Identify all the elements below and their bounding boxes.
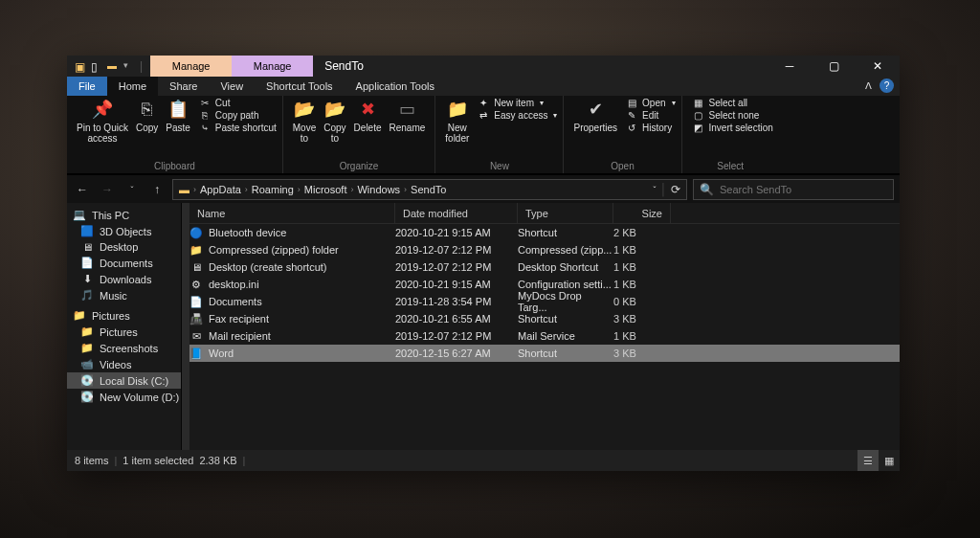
edit-button[interactable]: ✎Edit	[625, 110, 675, 121]
open-button[interactable]: ▤Open▾	[625, 98, 675, 108]
easy-access-button[interactable]: ⇄Easy access▾	[477, 110, 557, 121]
table-row[interactable]: 🖥Desktop (create shortcut)2019-12-07 2:1…	[189, 258, 900, 276]
nav-icon: 💽	[80, 374, 94, 387]
file-size: 0 KB	[613, 296, 671, 307]
breadcrumb-item[interactable]: Microsoft›	[304, 184, 354, 195]
refresh-button[interactable]: ⟳	[671, 183, 680, 196]
help-icon[interactable]: ?	[880, 78, 894, 93]
file-date: 2020-10-21 9:15 AM	[395, 279, 518, 290]
recent-button[interactable]: ˇ	[122, 185, 142, 194]
thumbnails-view-button[interactable]: ▦	[879, 450, 900, 471]
breadcrumb-item[interactable]: Windows›	[357, 184, 407, 195]
new-item-button[interactable]: ✦New item▾	[477, 98, 557, 108]
nav-item[interactable]: 📁Screenshots	[67, 340, 181, 356]
up-button[interactable]: ↑	[147, 183, 167, 196]
table-row[interactable]: 🔵Bluetooth device2020-10-21 9:15 AMShort…	[189, 224, 900, 241]
table-row[interactable]: 📁Compressed (zipped) folder2019-12-07 2:…	[189, 241, 900, 258]
context-tab-application[interactable]: Manage	[232, 56, 313, 77]
rename-icon: ▭	[396, 100, 417, 121]
col-date[interactable]: Date modified	[395, 203, 518, 223]
maximize-button[interactable]: ▢	[812, 56, 856, 77]
file-size: 3 KB	[613, 347, 671, 359]
details-view-button[interactable]: ☰	[858, 450, 879, 471]
context-tab-shortcut[interactable]: Manage	[150, 56, 232, 77]
close-button[interactable]: ✕	[856, 56, 900, 77]
explorer-window: ▣ ▯ ▬ ▾ | Manage Manage SendTo ─ ▢ ✕ Fil…	[67, 56, 900, 471]
nav-item[interactable]: 🖥Desktop	[67, 239, 181, 255]
nav-item[interactable]: ⬇Downloads	[67, 271, 181, 287]
nav-item[interactable]: 💻This PC	[67, 207, 181, 223]
navigation-pane[interactable]: 💻This PC🟦3D Objects🖥Desktop📄Documents⬇Do…	[67, 203, 182, 450]
copy-to-button[interactable]: 📂Copy to	[320, 98, 349, 146]
tab-shortcut-tools[interactable]: Shortcut Tools	[255, 77, 345, 96]
nav-item[interactable]: 🎵Music	[67, 287, 181, 303]
chevron-right-icon: ›	[245, 185, 248, 194]
nav-item[interactable]: 💽Local Disk (C:)	[67, 372, 181, 389]
table-row[interactable]: 📠Fax recipient2020-10-21 6:55 AMShortcut…	[189, 310, 900, 327]
col-type[interactable]: Type	[518, 203, 613, 223]
file-icon: ⚙	[189, 279, 203, 291]
chevron-down-icon[interactable]: ˇ	[654, 185, 657, 194]
col-name[interactable]: Name	[189, 203, 395, 223]
new-folder-button[interactable]: 📁New folder	[441, 98, 473, 146]
separator: │	[660, 183, 668, 196]
invert-selection-button[interactable]: ◩Invert selection	[692, 123, 773, 133]
tab-view[interactable]: View	[209, 77, 255, 96]
breadcrumb-item[interactable]: Roaming›	[252, 184, 301, 195]
nav-item[interactable]: 💽New Volume (D:)	[67, 389, 181, 405]
table-row[interactable]: ✉Mail recipient2019-12-07 2:12 PMMail Se…	[189, 327, 900, 345]
file-name: Fax recipient	[209, 313, 269, 325]
tab-file[interactable]: File	[67, 77, 107, 96]
select-all-button[interactable]: ▦Select all	[692, 98, 773, 108]
properties-button[interactable]: ✔Properties	[569, 98, 621, 135]
col-size[interactable]: Size	[613, 203, 671, 223]
file-list[interactable]: 🔵Bluetooth device2020-10-21 9:15 AMShort…	[189, 224, 900, 450]
copy-path-button[interactable]: ⎘Copy path	[198, 110, 277, 121]
copy-button[interactable]: ⎘Copy	[132, 98, 162, 135]
delete-button[interactable]: ✖Delete	[350, 98, 386, 135]
chevron-down-icon: ▾	[553, 111, 557, 120]
chevron-down-icon: ▾	[672, 99, 676, 107]
ribbon-group-open: ✔Properties ▤Open▾ ✎Edit ↺History Open	[564, 96, 681, 173]
select-all-icon: ▦	[692, 98, 705, 108]
nav-item[interactable]: 📁Pictures	[67, 324, 181, 340]
pin-to-quick-access-button[interactable]: 📌Pin to Quick access	[73, 98, 132, 146]
breadcrumb[interactable]: ▬ › AppData› Roaming› Microsoft› Windows…	[172, 179, 687, 200]
nav-item[interactable]: 📹Videos	[67, 356, 181, 372]
rename-button[interactable]: ▭Rename	[386, 98, 430, 135]
paste-button[interactable]: 📋Paste	[162, 98, 194, 135]
nav-item[interactable]: 🟦3D Objects	[67, 223, 181, 239]
breadcrumb-item[interactable]: SendTo	[411, 184, 446, 195]
forward-button[interactable]: →	[98, 183, 117, 196]
cut-button[interactable]: ✂Cut	[198, 98, 277, 108]
nav-item[interactable]: 📁Pictures	[67, 307, 181, 324]
tab-application-tools[interactable]: Application Tools	[345, 77, 446, 96]
chevron-right-icon: ›	[350, 185, 353, 194]
dropdown-icon[interactable]: ▾	[123, 60, 134, 72]
move-to-button[interactable]: 📂Move to	[289, 98, 320, 146]
group-label: Open	[569, 161, 675, 173]
ribbon-tabs: File Home Share View Shortcut Tools Appl…	[67, 77, 900, 96]
history-icon: ↺	[625, 123, 638, 133]
contextual-tabs: Manage Manage	[150, 56, 313, 77]
history-button[interactable]: ↺History	[625, 123, 675, 133]
nav-scrollbar[interactable]	[182, 203, 189, 450]
table-row[interactable]: 📘Word2020-12-15 6:27 AMShortcut3 KB	[189, 345, 900, 362]
file-size: 1 KB	[613, 261, 671, 273]
file-list-pane: Name Date modified Type Size 🔵Bluetooth …	[189, 203, 900, 450]
tab-home[interactable]: Home	[107, 77, 158, 98]
select-none-button[interactable]: ▢Select none	[692, 110, 773, 121]
chevron-down-icon: ▾	[540, 99, 544, 107]
collapse-ribbon-icon[interactable]: ᐱ	[865, 80, 872, 91]
table-row[interactable]: 📄Documents2019-11-28 3:54 PMMyDocs Drop …	[189, 293, 900, 310]
file-size: 2 KB	[613, 227, 671, 238]
search-input[interactable]	[720, 184, 887, 195]
minimize-button[interactable]: ─	[768, 56, 812, 77]
back-button[interactable]: ←	[73, 183, 92, 196]
tab-share[interactable]: Share	[158, 77, 209, 96]
paste-shortcut-button[interactable]: ⤷Paste shortcut	[198, 123, 277, 133]
breadcrumb-item[interactable]: AppData›	[200, 184, 248, 195]
nav-item[interactable]: 📄Documents	[67, 255, 181, 271]
group-label: Select	[688, 161, 773, 173]
search-box[interactable]: 🔍	[693, 179, 894, 200]
